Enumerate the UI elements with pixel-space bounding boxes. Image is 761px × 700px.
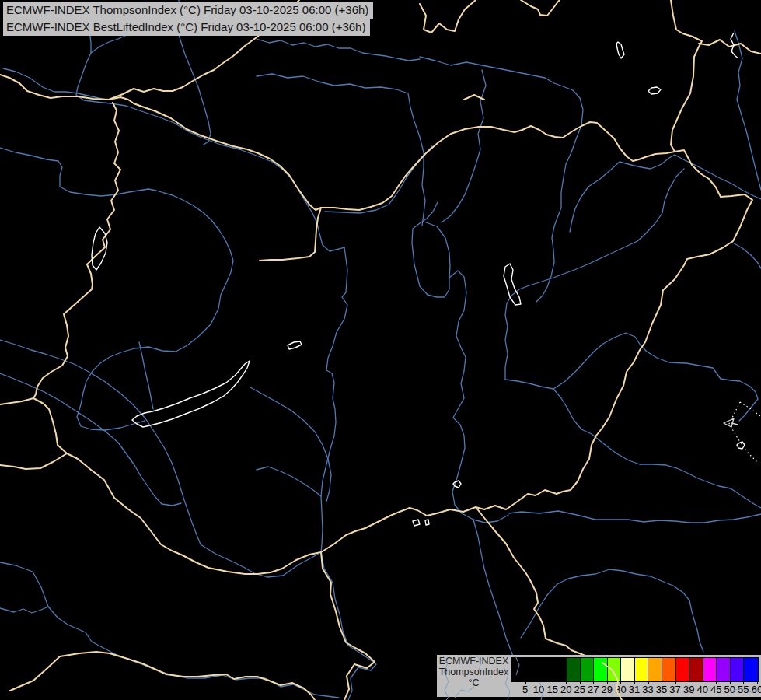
- legend-tick-value: 37: [669, 684, 680, 695]
- legend-color-cell: [608, 658, 622, 681]
- legend-color-cell: [635, 658, 649, 681]
- legend-unit: °C: [437, 677, 511, 688]
- legend-color-cell: [581, 658, 595, 681]
- map-canvas: [0, 0, 761, 700]
- legend-tick-value: 10: [533, 684, 544, 695]
- legend-title: ECMWF-INDEX: [437, 656, 511, 667]
- legend-tick-value: 40: [696, 684, 707, 695]
- legend-tick-value: 15: [546, 684, 557, 695]
- legend-tick-value: 35: [656, 684, 667, 695]
- legend-tick-value: 45: [710, 684, 721, 695]
- legend-color-cell: [594, 658, 608, 681]
- legend-color-cell: [662, 658, 676, 681]
- legend-tick-value: 55: [738, 684, 749, 695]
- legend-color-cell: [717, 658, 731, 681]
- legend-tick-value: 33: [642, 684, 653, 695]
- legend-tick-value: 27: [588, 684, 599, 695]
- legend-tick-value: 39: [683, 684, 694, 695]
- legend-color-cell: [526, 658, 540, 681]
- legend-tick-value: 29: [602, 684, 613, 695]
- title-line-thompson-index: ECMWF-INDEX ThompsonIndex (°C) Friday 03…: [3, 2, 373, 19]
- legend-tick-value: 60: [752, 684, 761, 695]
- legend-color-cell: [567, 658, 581, 681]
- legend-colorbar: [511, 657, 759, 682]
- legend-panel: ECMWF-INDEX ThompsonIndex °C 51015202527…: [437, 655, 761, 697]
- legend-tick-value: 25: [574, 684, 585, 695]
- legend-tick-value: 50: [724, 684, 735, 695]
- legend-subtitle: ThompsonIndex: [437, 667, 511, 677]
- legend-color-cell: [539, 658, 553, 681]
- weather-map-screen: ECMWF-INDEX ThompsonIndex (°C) Friday 03…: [0, 0, 761, 700]
- legend-color-cell: [731, 658, 745, 681]
- legend-color-cell: [744, 658, 758, 681]
- map-title-block: ECMWF-INDEX ThompsonIndex (°C) Friday 03…: [3, 2, 373, 36]
- legend-tick-value: 20: [560, 684, 571, 695]
- legend-color-cell: [512, 658, 526, 681]
- legend-tick-value: 31: [629, 684, 640, 695]
- legend-tick-value: 30: [615, 684, 626, 695]
- legend-color-cell: [689, 658, 703, 681]
- legend-color-cell: [553, 658, 567, 681]
- legend-color-cell: [703, 658, 717, 681]
- legend-color-cell: [621, 658, 635, 681]
- title-line-best-lifted-index: ECMWF-INDEX BestLiftedIndex (°C) Friday …: [3, 19, 370, 36]
- legend-label: ECMWF-INDEX ThompsonIndex °C: [437, 656, 511, 688]
- legend-color-cell: [676, 658, 690, 681]
- legend-color-cell: [648, 658, 662, 681]
- legend-tick-value: 5: [522, 684, 528, 695]
